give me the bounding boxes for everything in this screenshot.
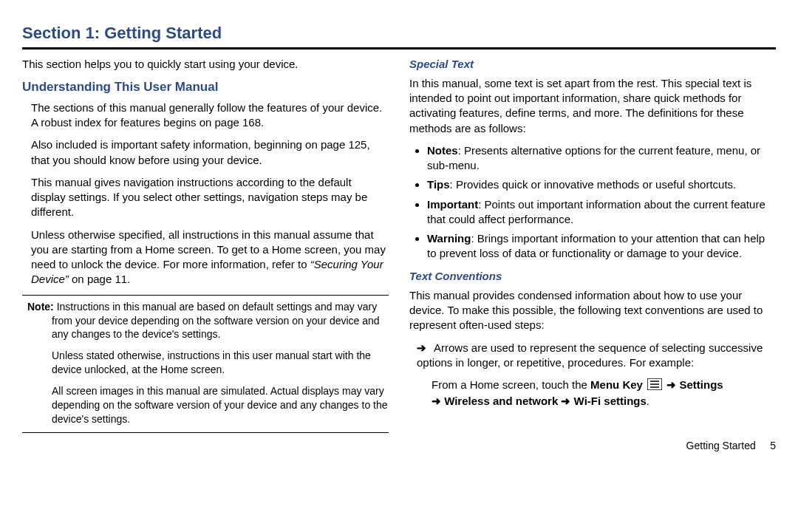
two-column-layout: This section helps you to quickly start … [22, 57, 776, 433]
bullet-text: : Presents alternative options for the c… [427, 144, 760, 171]
example-sequence: From a Home screen, touch the Menu Key ➜… [432, 378, 776, 409]
paragraph-homescreen: Unless otherwise specified, all instruct… [31, 228, 389, 287]
page-footer: Getting Started 5 [22, 439, 776, 453]
section-divider [22, 47, 776, 50]
wifi-label: Wi-Fi settings [574, 395, 647, 407]
bullet-text: : Points out important information about… [427, 198, 765, 225]
text-conventions-paragraph: This manual provides condensed informati… [409, 288, 776, 333]
note-2: Unless stated otherwise, instructions in… [52, 349, 389, 377]
bullet-label: Notes [427, 144, 458, 157]
bullet-label: Important [427, 198, 478, 211]
wireless-label: Wireless and network [444, 395, 558, 407]
intro-paragraph: This section helps you to quickly start … [22, 57, 389, 72]
text-conventions-heading: Text Conventions [409, 269, 776, 284]
section-title: Section 1: Getting Started [22, 22, 776, 44]
menu-key-label: Menu Key [590, 378, 643, 391]
arrow-glyph: ➜ [561, 395, 570, 407]
bullet-important: Important: Points out important informat… [427, 197, 776, 228]
footer-section-title: Getting Started [686, 440, 756, 451]
note-label: Note: [27, 301, 54, 313]
bullet-notes: Notes: Presents alternative options for … [427, 143, 776, 174]
footer-page-number: 5 [770, 440, 776, 451]
bullet-warning: Warning: Brings important information to… [427, 231, 776, 262]
paragraph-features: The sections of this manual generally fo… [31, 100, 389, 131]
special-text-heading: Special Text [409, 57, 776, 72]
bullet-label: Tips [427, 178, 450, 191]
menu-key-icon [647, 378, 662, 394]
arrow-convention-item: Arrows are used to represent the sequenc… [417, 341, 776, 371]
bullet-text: : Brings important information to your a… [427, 232, 765, 259]
note-3: All screen images in this manual are sim… [52, 384, 389, 426]
note-block: Note: Instructions in this manual are ba… [22, 295, 389, 433]
arrow-glyph: ➜ [432, 395, 441, 407]
text-span: on page 11. [69, 273, 130, 285]
understanding-heading: Understanding This User Manual [22, 79, 389, 96]
example-prefix: From a Home screen, touch the [432, 378, 590, 391]
special-text-list: Notes: Presents alternative options for … [409, 143, 776, 262]
bullet-text: : Provides quick or innovative methods o… [450, 178, 737, 191]
note-1-text: Instructions in this manual are based on… [52, 301, 380, 341]
note-1: Note: Instructions in this manual are ba… [52, 300, 389, 342]
bullet-label: Warning [427, 232, 471, 245]
bullet-tips: Tips: Provides quick or innovative metho… [427, 177, 776, 192]
arrow-convention-list: Arrows are used to represent the sequenc… [409, 341, 776, 371]
special-text-paragraph: In this manual, some text is set apart f… [409, 76, 776, 136]
arrow-glyph: ➜ [666, 378, 676, 391]
paragraph-safety: Also included is important safety inform… [31, 137, 389, 168]
paragraph-navigation: This manual gives navigation instruction… [31, 175, 389, 220]
settings-label: Settings [679, 378, 723, 391]
